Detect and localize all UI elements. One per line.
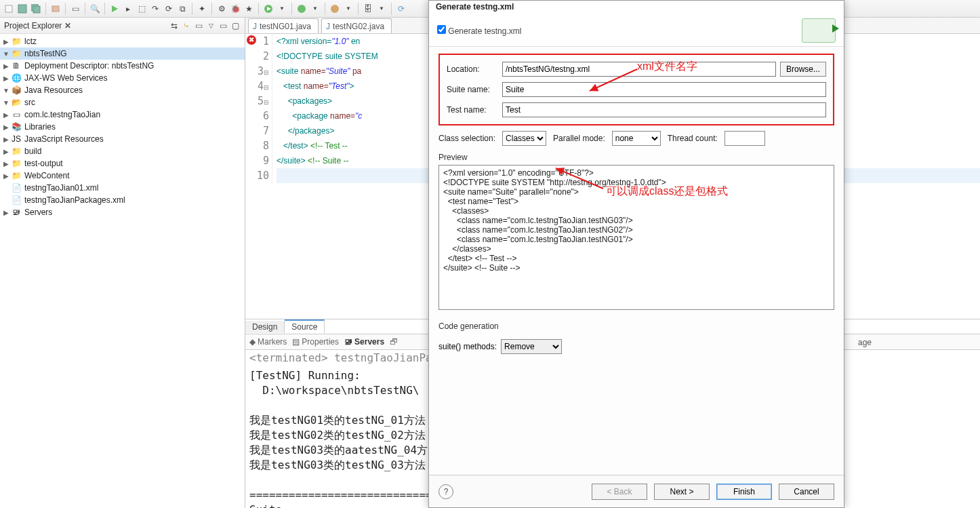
expand-arrow-icon[interactable]: ▶ — [1, 136, 11, 143]
bug-icon[interactable]: 🐞 — [229, 3, 241, 15]
editor-tab[interactable]: JtestNG01.java — [248, 18, 319, 33]
suite-name-input[interactable] — [502, 82, 826, 97]
save-icon[interactable] — [16, 3, 28, 15]
project-explorer-panel: Project Explorer ✕ ⇆ ⤷ ▭ ▽ ▭ ▢ ▶📁lctz▼📁n… — [0, 18, 245, 508]
source-tab[interactable]: Source — [285, 319, 325, 333]
project-tree[interactable]: ▶📁lctz▼📁nbtsTestNG▶🗎Deployment Descripto… — [0, 34, 245, 220]
star-icon[interactable]: ★ — [243, 3, 255, 15]
servers-view[interactable]: 🖳 Servers — [344, 337, 384, 347]
tree-item[interactable]: ▶🗎Deployment Descriptor: nbtsTestNG — [0, 60, 245, 72]
tree-item[interactable]: ▼📂src — [0, 96, 245, 109]
design-tab[interactable]: Design — [245, 321, 285, 333]
gear-icon[interactable]: ⚙ — [216, 3, 228, 15]
tree-item[interactable]: ▶▭com.lc.testngTaoJian — [0, 109, 245, 121]
dialog-banner: Generate testng.xml — [429, 14, 844, 47]
generate-checkbox[interactable]: Generate testng.xml — [437, 25, 521, 36]
expand-arrow-icon[interactable]: ▶ — [1, 75, 11, 82]
tree-item[interactable]: ▼📁nbtsTestNG — [0, 47, 245, 60]
expand-arrow-icon[interactable]: ▶ — [1, 209, 11, 216]
suite-name-label: Suite name: — [447, 85, 502, 94]
more-view-icon[interactable]: 🗗 — [390, 337, 398, 347]
chevron-down-icon[interactable]: ▼ — [375, 3, 388, 15]
js-icon: JS — [11, 134, 22, 144]
search-icon[interactable]: 🔍 — [89, 3, 101, 15]
tree-item[interactable]: ▶📁WebContent — [0, 170, 245, 182]
run-icon[interactable] — [262, 3, 274, 15]
expand-arrow-icon[interactable]: ▶ — [1, 123, 11, 131]
thread-count-input[interactable] — [724, 131, 765, 146]
java-file-icon: J — [253, 22, 257, 31]
skip-icon[interactable]: ↷ — [149, 3, 161, 15]
saveall-icon[interactable] — [30, 3, 42, 15]
chevron-down-icon[interactable]: ▼ — [309, 3, 321, 15]
pkg-icon: ▭ — [11, 109, 22, 120]
expand-arrow-icon[interactable]: ▶ — [1, 160, 11, 168]
expand-arrow-icon[interactable]: ▼ — [1, 87, 11, 94]
tree-item-label: Java Resources — [23, 85, 83, 95]
focus-icon[interactable]: ▭ — [193, 20, 204, 31]
tree-item[interactable]: ▶🖳Servers — [0, 206, 245, 218]
chevron-down-icon[interactable]: ▼ — [342, 3, 354, 15]
expand-arrow-icon[interactable]: ▼ — [1, 99, 11, 106]
tree-item[interactable]: ▼📦Java Resources — [0, 84, 245, 96]
history-icon[interactable]: ⟳ — [163, 3, 175, 15]
banner-image-icon — [802, 18, 836, 43]
srv-icon: 🖳 — [11, 207, 22, 218]
tree-item[interactable]: 📄testngTaoJianPackages.xml — [0, 194, 245, 206]
ext-icon[interactable] — [295, 3, 308, 15]
cancel-button[interactable]: Cancel — [779, 484, 834, 500]
next-button[interactable]: Next > — [654, 484, 710, 500]
menu-icon[interactable]: ▽ — [205, 20, 216, 31]
finish-button[interactable]: Finish — [716, 484, 772, 500]
stop-icon[interactable]: ⬚ — [136, 3, 148, 15]
expand-arrow-icon[interactable]: ▼ — [1, 50, 11, 58]
tree-item[interactable]: ▶JSJavaScript Resources — [0, 133, 245, 145]
db-icon[interactable]: 🗄 — [362, 3, 374, 15]
expand-arrow-icon[interactable]: ▶ — [1, 111, 11, 119]
rec-icon[interactable]: ⧉ — [176, 3, 188, 15]
tree-item[interactable]: ▶🌐JAX-WS Web Services — [0, 72, 245, 84]
min-icon[interactable]: ▭ — [218, 20, 228, 31]
tree-item[interactable]: ▶📁lctz — [0, 35, 245, 47]
properties-view[interactable]: ▤ Properties — [292, 337, 339, 347]
tree-item[interactable]: ▶📁build — [0, 145, 245, 157]
expand-arrow-icon[interactable]: ▶ — [1, 148, 11, 155]
tree-item-label: WebContent — [23, 171, 70, 180]
expand-arrow-icon[interactable]: ▶ — [1, 172, 11, 180]
box-icon[interactable]: ▭ — [69, 3, 81, 15]
browse-button[interactable]: Browse... — [780, 62, 826, 77]
dialog-title: Generate testng.xml — [429, 1, 844, 14]
tree-item[interactable]: 📄testngTaoJian01.xml — [0, 182, 245, 194]
test-name-input[interactable] — [502, 102, 826, 117]
error-marker-icon[interactable]: ✖ — [247, 35, 256, 45]
ext2-icon[interactable] — [329, 3, 341, 15]
dialog-footer: ? < Back Next > Finish Cancel — [429, 475, 844, 507]
xml-icon: 📄 — [11, 182, 22, 193]
wand-icon[interactable]: ✦ — [196, 3, 208, 15]
class-selection-select[interactable]: Classes — [502, 131, 546, 146]
expand-arrow-icon[interactable]: ▶ — [1, 62, 11, 70]
svg-rect-0 — [5, 5, 12, 12]
parallel-mode-select[interactable]: none — [612, 131, 661, 146]
markers-view[interactable]: ◆ Markers — [249, 337, 287, 347]
help-button[interactable]: ? — [438, 484, 453, 499]
svg-rect-4 — [52, 6, 59, 12]
chevron-down-icon[interactable]: ▼ — [276, 3, 288, 15]
tree-item-label: build — [23, 146, 41, 156]
view-close-icon[interactable]: ✕ — [64, 21, 71, 31]
server-icon[interactable]: ⟳ — [395, 3, 407, 15]
tree-item-label: test-output — [23, 159, 63, 168]
link-icon[interactable]: ⤷ — [181, 20, 192, 31]
new-icon[interactable] — [3, 3, 15, 15]
max-icon[interactable]: ▢ — [230, 20, 241, 31]
project-explorer-header: Project Explorer ✕ ⇆ ⤷ ▭ ▽ ▭ ▢ — [0, 18, 245, 34]
editor-tab[interactable]: JtestNG02.java — [321, 18, 392, 33]
tree-item[interactable]: ▶📁test-output — [0, 157, 245, 170]
suite-methods-select[interactable]: Remove — [501, 339, 562, 354]
collapse-icon[interactable]: ⇆ — [169, 20, 180, 31]
tree-item[interactable]: ▶📚Libraries — [0, 121, 245, 133]
play-icon[interactable] — [108, 3, 121, 15]
expand-arrow-icon[interactable]: ▶ — [1, 38, 11, 45]
package-icon[interactable] — [49, 3, 62, 15]
debug-icon[interactable]: ▸ — [122, 3, 134, 15]
